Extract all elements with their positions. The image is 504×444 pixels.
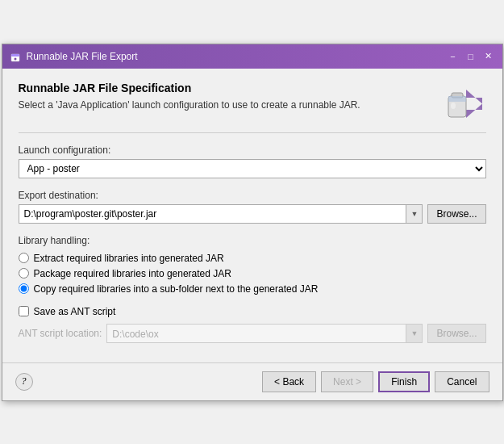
main-window: Runnable JAR File Export − □ ✕ Runnable … [2, 44, 503, 401]
export-dest-row: ▼ Browse... [19, 204, 486, 224]
title-bar: Runnable JAR File Export − □ ✕ [2, 44, 502, 69]
library-radio-copy[interactable] [19, 283, 29, 294]
library-option-copy[interactable]: Copy required libraries into a sub-folde… [19, 283, 486, 295]
library-option-copy-label: Copy required libraries into a sub-folde… [34, 283, 319, 295]
next-button[interactable]: Next > [321, 371, 373, 392]
library-radio-package[interactable] [19, 268, 29, 279]
ant-browse-button: Browse... [427, 324, 485, 343]
section-subtitle: Select a 'Java Application' launch confi… [19, 99, 442, 111]
save-ant-label: Save as ANT script [34, 306, 116, 317]
export-dest-label: Export destination: [19, 190, 486, 201]
window-title: Runnable JAR File Export [27, 51, 446, 62]
maximize-button[interactable]: □ [464, 49, 478, 64]
save-ant-checkbox[interactable] [19, 306, 29, 316]
back-button[interactable]: < Back [262, 371, 316, 392]
window-controls: − □ ✕ [446, 49, 496, 64]
library-radio-group: Extract required libraries into generate… [19, 253, 486, 295]
launch-config-row: App - poster [19, 159, 486, 178]
ant-location-input [107, 325, 406, 344]
export-dest-input[interactable] [19, 205, 406, 223]
minimize-button[interactable]: − [446, 49, 460, 64]
ant-location-label: ANT script location: [19, 328, 102, 339]
svg-point-7 [451, 103, 456, 109]
export-dest-combo: ▼ [19, 204, 423, 224]
library-option-extract-label: Extract required libraries into generate… [34, 253, 224, 264]
footer: ? < Back Next > Finish Cancel [2, 362, 502, 400]
ant-location-row: ANT script location: ▼ Browse... [19, 324, 486, 343]
library-handling-label: Library handling: [19, 235, 486, 246]
header-divider [19, 132, 486, 133]
section-title: Runnable JAR File Specification [19, 82, 442, 94]
svg-rect-1 [11, 54, 19, 57]
ant-location-combo: ▼ [106, 324, 423, 343]
ant-location-arrow: ▼ [406, 325, 422, 342]
export-dest-browse-button[interactable]: Browse... [427, 204, 485, 224]
jar-icon [442, 82, 486, 126]
svg-point-2 [14, 57, 16, 60]
library-option-package-label: Package required libraries into generate… [34, 268, 231, 279]
library-radio-extract[interactable] [19, 253, 29, 263]
header-text: Runnable JAR File Specification Select a… [19, 82, 442, 124]
export-dest-arrow[interactable]: ▼ [406, 205, 422, 223]
main-content: Runnable JAR File Specification Select a… [2, 69, 502, 356]
launch-config-select[interactable]: App - poster [19, 159, 486, 178]
finish-button[interactable]: Finish [378, 371, 430, 392]
cancel-button[interactable]: Cancel [435, 371, 489, 392]
header-area: Runnable JAR File Specification Select a… [19, 82, 486, 126]
library-option-extract[interactable]: Extract required libraries into generate… [19, 253, 486, 264]
library-option-package[interactable]: Package required libraries into generate… [19, 268, 486, 279]
close-button[interactable]: ✕ [481, 49, 496, 64]
launch-config-label: Launch configuration: [19, 145, 486, 156]
save-ant-row: Save as ANT script [19, 306, 486, 317]
help-button[interactable]: ? [15, 373, 33, 391]
svg-rect-6 [448, 96, 466, 102]
svg-marker-3 [466, 90, 482, 118]
title-bar-icon [9, 50, 22, 63]
